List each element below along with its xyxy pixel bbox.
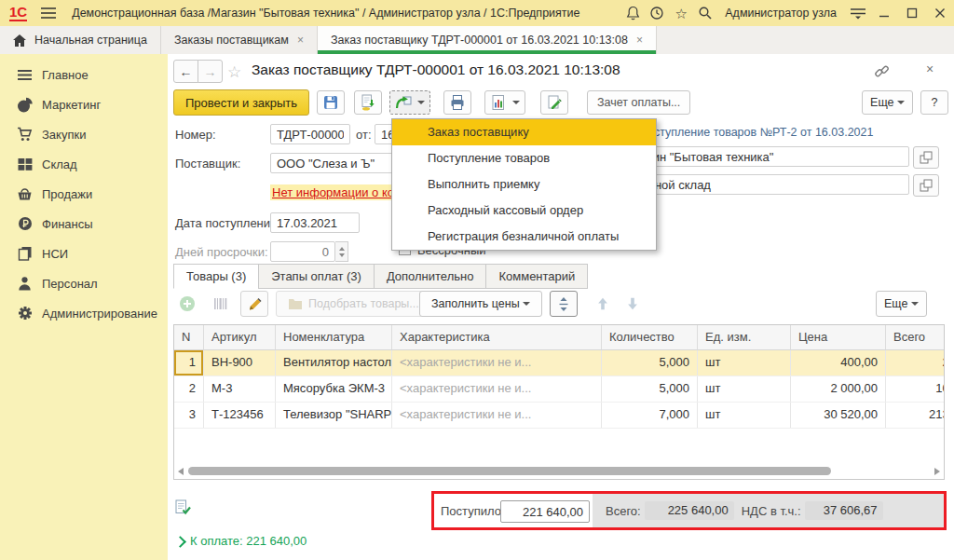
organization-input[interactable] — [613, 146, 909, 167]
sidebar-item-personnel[interactable]: Персонал — [0, 268, 168, 298]
cell-n[interactable]: 3 — [174, 403, 204, 428]
cell-characteristic[interactable]: <характеристики не и... — [392, 376, 602, 402]
cell-quantity[interactable]: 5,000 — [602, 350, 698, 376]
favorite-star-icon[interactable]: ☆ — [227, 62, 241, 82]
table-more-button[interactable]: Еще — [876, 291, 927, 317]
barcode-scan-button[interactable] — [207, 291, 235, 317]
nav-forward-button[interactable]: → — [198, 60, 223, 83]
col-header-unit[interactable]: Ед. изм. — [698, 325, 791, 350]
post-document-button[interactable] — [354, 90, 382, 115]
cell-unit[interactable]: шт — [698, 350, 791, 376]
sidebar-item-main[interactable]: Главное — [0, 60, 168, 89]
col-header-price[interactable]: Цена — [791, 325, 886, 350]
tab-comment[interactable]: Комментарий — [485, 264, 588, 289]
move-row-up-button[interactable] — [589, 291, 617, 317]
number-input[interactable] — [270, 124, 350, 144]
table-row[interactable]: 1 ВН-900 Вентилятор настольный <характер… — [174, 350, 945, 376]
cell-total[interactable]: 2 000,00 — [886, 350, 945, 376]
warehouse-open-button[interactable] — [913, 174, 939, 197]
menu-item-perform-acceptance[interactable]: Выполнить приемку — [392, 171, 656, 198]
edit-row-button[interactable] — [240, 291, 268, 317]
cell-unit[interactable]: шт — [698, 403, 791, 428]
sidebar-item-marketing[interactable]: Маркетинг — [0, 89, 168, 119]
add-row-button[interactable] — [173, 291, 201, 317]
sidebar-item-purchases[interactable]: Закупки — [0, 119, 168, 149]
cell-nomenclature[interactable]: Телевизор "SHARP" — [276, 403, 392, 428]
col-header-nomenclature[interactable]: Номенклатура — [276, 325, 392, 350]
tab-payment-stages[interactable]: Этапы оплат (3) — [258, 264, 375, 289]
menu-item-supplier-order[interactable]: Заказ поставщику — [392, 119, 656, 145]
print-button[interactable] — [443, 90, 471, 115]
cell-article[interactable]: М-3 — [204, 376, 276, 402]
received-input[interactable] — [500, 500, 590, 523]
cell-article[interactable]: ВН-900 — [204, 350, 276, 376]
window-minimize-button[interactable] — [870, 0, 898, 26]
payment-offset-button[interactable]: Зачет оплаты... — [587, 90, 690, 115]
sidebar-item-nsi[interactable]: НСИ — [0, 239, 168, 268]
cell-characteristic[interactable]: <характеристики не и... — [392, 403, 602, 428]
notifications-bell-icon[interactable] — [620, 0, 645, 26]
table-row[interactable]: 3 Т-123456 Телевизор "SHARP" <характерис… — [174, 403, 945, 429]
payable-link[interactable]: К оплате: 221 640,00 — [190, 534, 307, 548]
organization-open-button[interactable] — [913, 146, 939, 169]
scrollbar-thumb[interactable] — [188, 467, 831, 475]
sidebar-item-warehouse[interactable]: Склад — [0, 149, 168, 179]
fill-prices-button[interactable]: Заполнить цены — [419, 291, 542, 317]
expand-payable-chevron-icon[interactable] — [174, 536, 186, 548]
nav-back-button[interactable]: ← — [173, 60, 198, 83]
cell-unit[interactable]: шт — [698, 376, 791, 402]
history-icon[interactable] — [645, 0, 669, 26]
cell-n[interactable]: 1 — [174, 350, 204, 376]
menu-item-goods-receipt[interactable]: Поступление товаров — [392, 145, 656, 171]
help-button[interactable]: ? — [920, 90, 948, 115]
sidebar-item-sales[interactable]: Продажи — [0, 179, 168, 209]
scroll-left-icon[interactable] — [178, 468, 184, 475]
main-menu-icon[interactable] — [40, 7, 57, 20]
service-settings-icon[interactable] — [846, 0, 870, 26]
cell-characteristic[interactable]: <характеристики не и... — [392, 350, 602, 376]
reports-button[interactable] — [484, 90, 525, 115]
receipt-date-input[interactable] — [270, 212, 360, 233]
tab-home[interactable]: Начальная страница — [0, 26, 161, 54]
cell-price[interactable]: 30 520,00 — [791, 403, 886, 428]
cell-article[interactable]: Т-123456 — [204, 403, 276, 428]
cell-price[interactable]: 2 000,00 — [791, 376, 886, 402]
create-based-on-button[interactable] — [389, 90, 430, 115]
search-icon[interactable] — [693, 0, 717, 26]
table-row[interactable]: 2 М-3 Мясорубка ЭКМ-3 <характеристики не… — [174, 376, 945, 403]
edit-document-button[interactable] — [540, 90, 568, 115]
current-user[interactable]: Администратор узла — [725, 7, 837, 20]
menu-item-cash-voucher[interactable]: Расходный кассовый ордер — [392, 198, 656, 224]
horizontal-scrollbar[interactable] — [175, 466, 943, 476]
move-row-down-button[interactable] — [619, 291, 647, 317]
window-close-button[interactable] — [926, 0, 954, 26]
tab-additional[interactable]: Дополнительно — [374, 264, 487, 289]
overdue-days-input[interactable] — [270, 241, 335, 262]
col-header-characteristic[interactable]: Характеристика — [392, 325, 602, 350]
window-maximize-button[interactable] — [898, 0, 926, 26]
tab-supplier-orders[interactable]: Заказы поставщикам × — [161, 26, 318, 54]
get-link-icon[interactable] — [874, 63, 890, 79]
spinner-control[interactable] — [335, 241, 348, 262]
form-close-icon[interactable]: × — [926, 61, 934, 76]
expand-rows-button[interactable] — [550, 291, 578, 317]
cell-quantity[interactable]: 7,000 — [602, 403, 698, 428]
favorites-star-icon[interactable]: ☆ — [669, 0, 693, 26]
tab-close-icon[interactable]: × — [636, 34, 643, 47]
scroll-right-icon[interactable] — [934, 468, 940, 475]
cell-price[interactable]: 400,00 — [791, 350, 886, 376]
col-header-quantity[interactable]: Количество — [602, 325, 698, 350]
more-button[interactable]: Еще — [862, 90, 913, 115]
menu-item-cashless-payment[interactable]: Регистрация безналичной оплаты — [392, 224, 656, 250]
save-button[interactable] — [317, 90, 345, 115]
cell-nomenclature[interactable]: Вентилятор настольный — [276, 350, 392, 376]
cell-total[interactable]: 10 000,00 — [886, 376, 945, 402]
tab-close-icon[interactable]: × — [297, 34, 304, 47]
cell-nomenclature[interactable]: Мясорубка ЭКМ-3 — [276, 376, 392, 402]
col-header-n[interactable]: N — [174, 325, 204, 350]
cell-total[interactable]: 213 640,00 — [886, 403, 945, 428]
sidebar-item-administration[interactable]: Администрирование — [0, 298, 168, 328]
warehouse-input[interactable] — [613, 174, 909, 195]
cell-quantity[interactable]: 5,000 — [602, 376, 698, 402]
col-header-article[interactable]: Артикул — [204, 325, 276, 350]
